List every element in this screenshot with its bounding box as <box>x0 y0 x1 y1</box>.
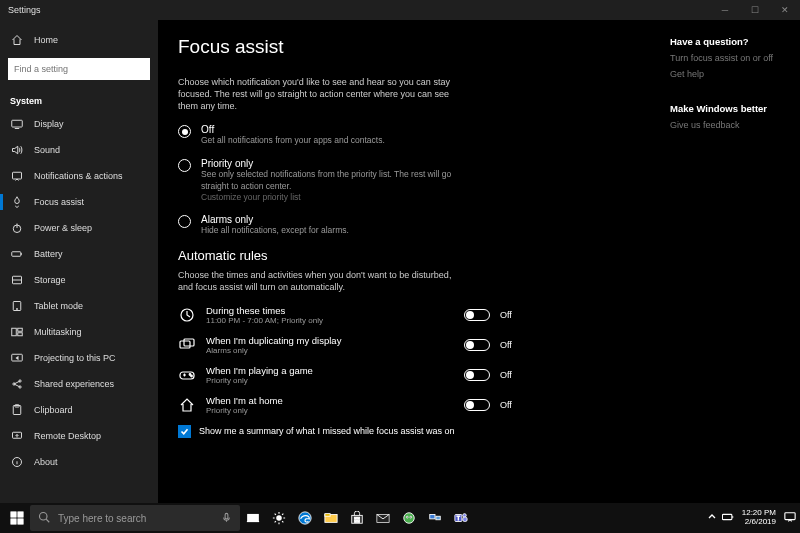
sidebar-section: System <box>0 90 158 110</box>
sidebar-item-focus-assist[interactable]: Focus assist <box>0 190 158 214</box>
sidebar-item-storage[interactable]: Storage <box>0 268 158 292</box>
tray-battery-icon[interactable] <box>722 509 734 527</box>
question-heading: Have a question? <box>670 36 790 47</box>
action-center-icon[interactable] <box>784 509 796 527</box>
rule-display[interactable]: When I'm duplicating my display Alarms o… <box>178 335 518 355</box>
rule-times[interactable]: During these times 11:00 PM - 7:00 AM; P… <box>178 305 518 325</box>
sidebar-item-clipboard[interactable]: Clipboard <box>0 398 158 422</box>
taskbar-app-explorer[interactable] <box>318 503 344 533</box>
taskbar-search[interactable]: Type here to search <box>30 505 240 531</box>
maximize-button[interactable]: ☐ <box>740 0 770 20</box>
rule-display-sub: Alarms only <box>206 346 454 355</box>
taskbar-app-teams[interactable]: T <box>448 503 474 533</box>
help-column: Have a question? Turn focus assist on or… <box>670 20 800 503</box>
radio-alarms-label: Alarms only <box>201 214 349 225</box>
rule-game-toggle[interactable] <box>464 369 490 381</box>
svg-point-43 <box>410 516 412 518</box>
taskbar-app-mail[interactable] <box>370 503 396 533</box>
sidebar-item-projecting[interactable]: Projecting to this PC <box>0 346 158 370</box>
titlebar: Settings ─ ☐ ✕ <box>0 0 800 20</box>
rule-display-title: When I'm duplicating my display <box>206 335 454 346</box>
svg-rect-38 <box>354 520 356 522</box>
sidebar: Home System Display Sound Notifications … <box>0 20 158 503</box>
mic-icon[interactable] <box>221 512 232 525</box>
svg-point-48 <box>463 514 467 518</box>
feedback-link[interactable]: Give us feedback <box>670 120 790 130</box>
radio-off[interactable]: Off Get all notifications from your apps… <box>178 124 478 146</box>
radio-off-control[interactable] <box>178 125 191 138</box>
home-rule-icon <box>178 397 196 413</box>
auto-rules-heading: Automatic rules <box>178 248 650 263</box>
about-icon <box>10 456 24 468</box>
radio-priority-control[interactable] <box>178 159 191 172</box>
summary-checkbox[interactable] <box>178 425 191 438</box>
sidebar-item-power[interactable]: Power & sleep <box>0 216 158 240</box>
summary-checkbox-row[interactable]: Show me a summary of what I missed while… <box>178 425 650 438</box>
close-button[interactable]: ✕ <box>770 0 800 20</box>
rule-display-toggle[interactable] <box>464 339 490 351</box>
svg-rect-19 <box>180 341 190 348</box>
radio-priority-desc: See only selected notifications from the… <box>201 169 478 191</box>
rule-game[interactable]: When I'm playing a game Priority only Of… <box>178 365 518 385</box>
sidebar-item-multitasking[interactable]: Multitasking <box>0 320 158 344</box>
taskbar-app-edge[interactable] <box>292 503 318 533</box>
priority-list-link[interactable]: Customize your priority list <box>201 192 478 202</box>
projecting-icon <box>10 352 24 364</box>
sidebar-item-label: Battery <box>34 249 63 259</box>
svg-rect-37 <box>357 517 359 519</box>
radio-alarms[interactable]: Alarms only Hide all notifications, exce… <box>178 214 478 236</box>
sidebar-item-sound[interactable]: Sound <box>0 138 158 162</box>
sidebar-item-display[interactable]: Display <box>0 112 158 136</box>
svg-rect-9 <box>18 333 23 336</box>
rule-times-toggle[interactable] <box>464 309 490 321</box>
sidebar-item-about[interactable]: About <box>0 450 158 474</box>
task-view-button[interactable] <box>240 503 266 533</box>
content-area: Focus assist Choose which notification y… <box>158 20 670 503</box>
rule-home-toggle[interactable] <box>464 399 490 411</box>
svg-rect-7 <box>12 328 17 336</box>
minimize-button[interactable]: ─ <box>710 0 740 20</box>
help-link-get-help[interactable]: Get help <box>670 69 790 79</box>
game-icon <box>178 367 196 383</box>
tray-chevron-icon[interactable] <box>706 509 718 527</box>
help-link-focus-assist[interactable]: Turn focus assist on or off <box>670 53 790 63</box>
sidebar-item-label: Tablet mode <box>34 301 83 311</box>
sidebar-item-label: Storage <box>34 275 66 285</box>
rule-times-sub: 11:00 PM - 7:00 AM; Priority only <box>206 316 454 325</box>
radio-priority-label: Priority only <box>201 158 478 169</box>
rule-home[interactable]: When I'm at home Priority only Off <box>178 395 518 415</box>
clipboard-icon <box>10 404 24 416</box>
sidebar-home[interactable]: Home <box>0 28 158 52</box>
sidebar-item-label: Power & sleep <box>34 223 92 233</box>
intro-text: Choose which notification you'd like to … <box>178 76 458 112</box>
start-button[interactable] <box>4 503 30 533</box>
svg-rect-30 <box>248 515 259 522</box>
svg-rect-26 <box>11 519 16 524</box>
taskbar-app-settings[interactable] <box>266 503 292 533</box>
sidebar-item-tablet[interactable]: Tablet mode <box>0 294 158 318</box>
radio-alarms-desc: Hide all notifications, except for alarm… <box>201 225 349 236</box>
svg-rect-24 <box>11 512 16 517</box>
sidebar-item-notifications[interactable]: Notifications & actions <box>0 164 158 188</box>
svg-point-31 <box>277 516 281 520</box>
auto-rules-intro: Choose the times and activities when you… <box>178 269 458 293</box>
taskbar-app-blue[interactable] <box>422 503 448 533</box>
svg-point-42 <box>406 516 408 518</box>
radio-priority[interactable]: Priority only See only selected notifica… <box>178 158 478 201</box>
summary-checkbox-label: Show me a summary of what I missed while… <box>199 426 455 436</box>
radio-off-label: Off <box>201 124 385 135</box>
taskbar-clock[interactable]: 12:20 PM 2/6/2019 <box>738 509 780 527</box>
sidebar-item-remote[interactable]: Remote Desktop <box>0 424 158 448</box>
sound-icon <box>10 144 24 156</box>
sidebar-item-battery[interactable]: Battery <box>0 242 158 266</box>
taskbar-app-store[interactable] <box>344 503 370 533</box>
svg-rect-0 <box>12 120 23 127</box>
taskbar-app-green[interactable] <box>396 503 422 533</box>
sidebar-item-label: Projecting to this PC <box>34 353 116 363</box>
app-title: Settings <box>8 5 41 15</box>
radio-alarms-control[interactable] <box>178 215 191 228</box>
sidebar-item-shared[interactable]: Shared experiences <box>0 372 158 396</box>
taskbar-search-placeholder: Type here to search <box>58 513 146 524</box>
search-input[interactable] <box>8 58 150 80</box>
display-icon <box>10 118 24 130</box>
